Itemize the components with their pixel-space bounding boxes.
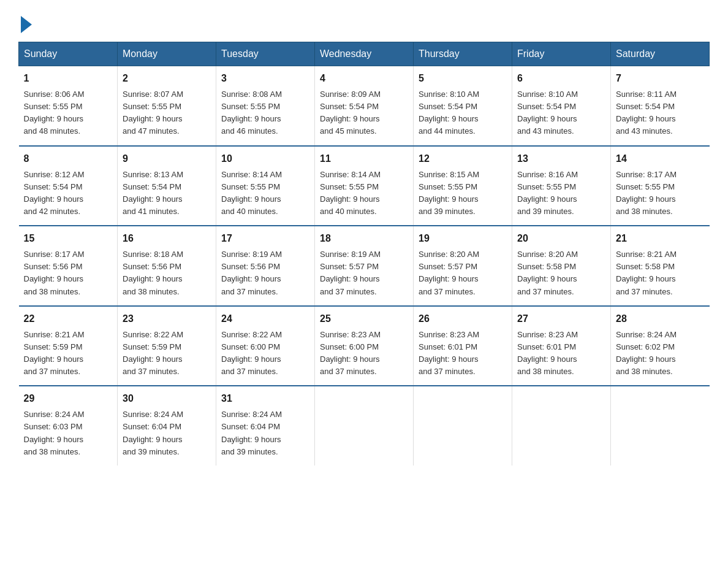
calendar-cell: 13Sunrise: 8:16 AMSunset: 5:55 PMDayligh… — [512, 146, 611, 226]
header-wednesday: Wednesday — [315, 42, 414, 66]
calendar-cell: 5Sunrise: 8:10 AMSunset: 5:54 PMDaylight… — [414, 66, 512, 146]
day-info: Sunrise: 8:15 AMSunset: 5:55 PMDaylight:… — [419, 169, 507, 218]
logo — [18, 18, 32, 29]
day-number: 12 — [419, 151, 507, 166]
calendar-week-row: 15Sunrise: 8:17 AMSunset: 5:56 PMDayligh… — [19, 226, 710, 306]
day-info: Sunrise: 8:21 AMSunset: 5:58 PMDaylight:… — [616, 248, 705, 298]
calendar-week-row: 29Sunrise: 8:24 AMSunset: 6:03 PMDayligh… — [19, 386, 710, 465]
calendar-cell: 15Sunrise: 8:17 AMSunset: 5:56 PMDayligh… — [19, 226, 118, 306]
day-number: 26 — [419, 312, 507, 326]
day-info: Sunrise: 8:20 AMSunset: 5:58 PMDaylight:… — [517, 248, 605, 298]
day-number: 11 — [320, 151, 408, 166]
calendar-cell: 16Sunrise: 8:18 AMSunset: 5:56 PMDayligh… — [118, 226, 216, 306]
day-info: Sunrise: 8:23 AMSunset: 6:01 PMDaylight:… — [419, 329, 507, 378]
day-info: Sunrise: 8:18 AMSunset: 5:56 PMDaylight:… — [123, 248, 211, 298]
header-thursday: Thursday — [414, 42, 512, 66]
header-saturday: Saturday — [611, 42, 710, 66]
day-info: Sunrise: 8:13 AMSunset: 5:54 PMDaylight:… — [123, 169, 211, 218]
calendar-cell: 23Sunrise: 8:22 AMSunset: 5:59 PMDayligh… — [118, 306, 216, 386]
day-info: Sunrise: 8:09 AMSunset: 5:54 PMDaylight:… — [320, 88, 408, 138]
calendar-cell: 2Sunrise: 8:07 AMSunset: 5:55 PMDaylight… — [118, 66, 216, 146]
day-number: 31 — [221, 391, 309, 406]
calendar-cell: 6Sunrise: 8:10 AMSunset: 5:54 PMDaylight… — [512, 66, 611, 146]
day-number: 6 — [517, 71, 605, 86]
calendar-cell — [512, 386, 611, 465]
calendar-cell — [315, 386, 414, 465]
header-friday: Friday — [512, 42, 611, 66]
calendar-cell — [414, 386, 512, 465]
calendar-cell: 21Sunrise: 8:21 AMSunset: 5:58 PMDayligh… — [611, 226, 710, 306]
logo-arrow-icon — [21, 16, 32, 33]
day-number: 8 — [24, 151, 113, 166]
day-number: 27 — [517, 312, 605, 326]
day-number: 13 — [517, 151, 605, 166]
day-info: Sunrise: 8:24 AMSunset: 6:03 PMDaylight:… — [24, 408, 113, 458]
calendar-cell: 12Sunrise: 8:15 AMSunset: 5:55 PMDayligh… — [414, 146, 512, 226]
day-number: 30 — [123, 391, 211, 406]
day-info: Sunrise: 8:17 AMSunset: 5:56 PMDaylight:… — [24, 248, 113, 298]
page-header — [18, 18, 710, 29]
calendar-cell: 9Sunrise: 8:13 AMSunset: 5:54 PMDaylight… — [118, 146, 216, 226]
calendar-cell: 14Sunrise: 8:17 AMSunset: 5:55 PMDayligh… — [611, 146, 710, 226]
day-info: Sunrise: 8:19 AMSunset: 5:56 PMDaylight:… — [221, 248, 309, 298]
day-info: Sunrise: 8:10 AMSunset: 5:54 PMDaylight:… — [419, 88, 507, 138]
calendar-week-row: 8Sunrise: 8:12 AMSunset: 5:54 PMDaylight… — [19, 146, 710, 226]
calendar-cell: 18Sunrise: 8:19 AMSunset: 5:57 PMDayligh… — [315, 226, 414, 306]
calendar-week-row: 1Sunrise: 8:06 AMSunset: 5:55 PMDaylight… — [19, 66, 710, 146]
calendar-cell: 4Sunrise: 8:09 AMSunset: 5:54 PMDaylight… — [315, 66, 414, 146]
day-number: 9 — [123, 151, 211, 166]
header-sunday: Sunday — [19, 42, 118, 66]
day-number: 22 — [24, 312, 113, 326]
day-number: 19 — [419, 231, 507, 246]
day-number: 7 — [616, 71, 705, 86]
day-info: Sunrise: 8:14 AMSunset: 5:55 PMDaylight:… — [320, 169, 408, 218]
day-info: Sunrise: 8:07 AMSunset: 5:55 PMDaylight:… — [123, 88, 211, 138]
header-tuesday: Tuesday — [216, 42, 315, 66]
day-number: 2 — [123, 71, 211, 86]
day-number: 16 — [123, 231, 211, 246]
day-info: Sunrise: 8:23 AMSunset: 6:00 PMDaylight:… — [320, 329, 408, 378]
day-number: 21 — [616, 231, 705, 246]
calendar-cell: 22Sunrise: 8:21 AMSunset: 5:59 PMDayligh… — [19, 306, 118, 386]
calendar-table: SundayMondayTuesdayWednesdayThursdayFrid… — [18, 42, 710, 465]
day-number: 4 — [320, 71, 408, 86]
day-number: 23 — [123, 312, 211, 326]
calendar-week-row: 22Sunrise: 8:21 AMSunset: 5:59 PMDayligh… — [19, 306, 710, 386]
calendar-cell: 30Sunrise: 8:24 AMSunset: 6:04 PMDayligh… — [118, 386, 216, 465]
day-number: 3 — [221, 71, 309, 86]
calendar-cell: 10Sunrise: 8:14 AMSunset: 5:55 PMDayligh… — [216, 146, 315, 226]
day-number: 17 — [221, 231, 309, 246]
calendar-cell: 8Sunrise: 8:12 AMSunset: 5:54 PMDaylight… — [19, 146, 118, 226]
calendar-cell: 17Sunrise: 8:19 AMSunset: 5:56 PMDayligh… — [216, 226, 315, 306]
calendar-cell — [611, 386, 710, 465]
day-number: 18 — [320, 231, 408, 246]
day-info: Sunrise: 8:16 AMSunset: 5:55 PMDaylight:… — [517, 169, 605, 218]
calendar-cell: 29Sunrise: 8:24 AMSunset: 6:03 PMDayligh… — [19, 386, 118, 465]
day-info: Sunrise: 8:24 AMSunset: 6:04 PMDaylight:… — [221, 408, 309, 458]
header-monday: Monday — [118, 42, 216, 66]
day-info: Sunrise: 8:20 AMSunset: 5:57 PMDaylight:… — [419, 248, 507, 298]
day-number: 10 — [221, 151, 309, 166]
calendar-header-row: SundayMondayTuesdayWednesdayThursdayFrid… — [19, 42, 710, 66]
calendar-cell: 19Sunrise: 8:20 AMSunset: 5:57 PMDayligh… — [414, 226, 512, 306]
day-info: Sunrise: 8:24 AMSunset: 6:04 PMDaylight:… — [123, 408, 211, 458]
calendar-cell: 27Sunrise: 8:23 AMSunset: 6:01 PMDayligh… — [512, 306, 611, 386]
day-number: 24 — [221, 312, 309, 326]
day-info: Sunrise: 8:17 AMSunset: 5:55 PMDaylight:… — [616, 169, 705, 218]
day-number: 14 — [616, 151, 705, 166]
day-info: Sunrise: 8:21 AMSunset: 5:59 PMDaylight:… — [24, 329, 113, 378]
calendar-cell: 31Sunrise: 8:24 AMSunset: 6:04 PMDayligh… — [216, 386, 315, 465]
day-info: Sunrise: 8:22 AMSunset: 6:00 PMDaylight:… — [221, 329, 309, 378]
calendar-cell: 11Sunrise: 8:14 AMSunset: 5:55 PMDayligh… — [315, 146, 414, 226]
day-number: 5 — [419, 71, 507, 86]
day-info: Sunrise: 8:10 AMSunset: 5:54 PMDaylight:… — [517, 88, 605, 138]
calendar-cell: 28Sunrise: 8:24 AMSunset: 6:02 PMDayligh… — [611, 306, 710, 386]
calendar-cell: 1Sunrise: 8:06 AMSunset: 5:55 PMDaylight… — [19, 66, 118, 146]
day-info: Sunrise: 8:22 AMSunset: 5:59 PMDaylight:… — [123, 329, 211, 378]
day-number: 15 — [24, 231, 113, 246]
day-info: Sunrise: 8:12 AMSunset: 5:54 PMDaylight:… — [24, 169, 113, 218]
day-info: Sunrise: 8:19 AMSunset: 5:57 PMDaylight:… — [320, 248, 408, 298]
calendar-cell: 20Sunrise: 8:20 AMSunset: 5:58 PMDayligh… — [512, 226, 611, 306]
day-number: 20 — [517, 231, 605, 246]
day-info: Sunrise: 8:14 AMSunset: 5:55 PMDaylight:… — [221, 169, 309, 218]
